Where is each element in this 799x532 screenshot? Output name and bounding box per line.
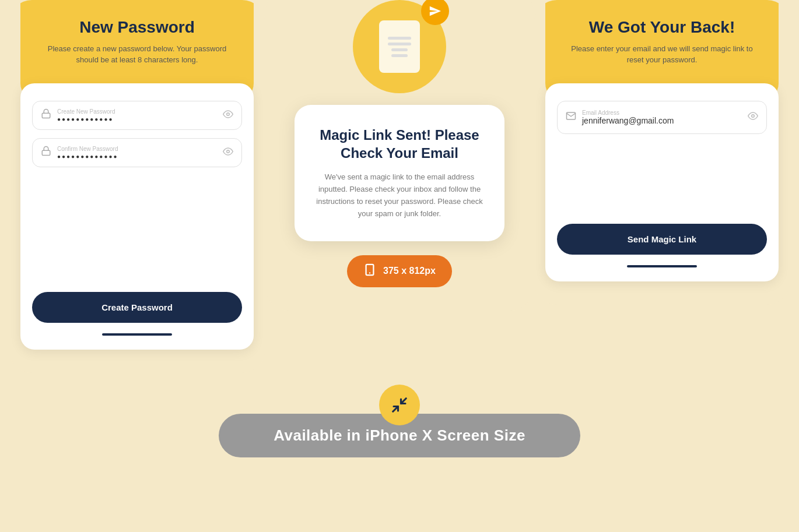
lock-icon [41,108,51,122]
magic-link-title: Magic Link Sent! Please Check Your Email [311,126,488,162]
size-badge-label: 375 x 812px [383,266,436,276]
email-value: jenniferwang@gmail.com [582,116,748,125]
right-home-indicator [627,265,697,267]
right-phone-card: We Got Your Back! Please enter your emai… [534,0,790,305]
toggle-new-password-icon[interactable] [223,109,233,122]
doc-illustration [379,20,420,73]
toggle-confirm-password-icon[interactable] [223,146,233,159]
svg-rect-0 [42,113,50,118]
magic-link-text: We've sent a magic link to the email add… [311,171,488,220]
compress-circle[interactable] [379,385,420,425]
right-card-body: Email Address jenniferwang@gmail.com Sen… [545,83,779,281]
doc-line-1 [388,37,411,40]
size-badge[interactable]: 375 x 812px [347,255,452,287]
svg-point-1 [227,112,230,115]
new-password-dots: ●●●●●●●●●●●● [57,116,223,122]
confirm-password-dots: ●●●●●●●●●●●●● [57,153,223,160]
send-magic-link-button[interactable]: Send Magic Link [557,224,767,255]
new-password-label: Create New Password [57,108,223,115]
confirm-password-label: Confirm New Password [57,146,223,152]
left-card-subtitle: Please create a new password below. Your… [38,43,236,66]
svg-point-3 [227,150,230,153]
illustration-yellow-circle [353,0,446,93]
bottom-section: Available in iPhone X Screen Size [0,385,799,457]
doc-line-3 [391,48,408,51]
right-card-title: We Got Your Back! [563,17,761,37]
confirm-password-content: Confirm New Password ●●●●●●●●●●●●● [57,146,223,160]
left-home-indicator [102,333,172,336]
middle-illustration-area [353,0,446,105]
right-card-subtitle: Please enter your email and we will send… [563,43,761,66]
magic-link-card: Magic Link Sent! Please Check Your Email… [295,105,504,241]
new-password-content: Create New Password ●●●●●●●●●●●● [57,108,223,122]
email-field[interactable]: Email Address jenniferwang@gmail.com [557,101,767,134]
email-label: Email Address [582,110,748,116]
page-wrapper: New Password Please create a new passwor… [0,0,799,532]
email-icon [566,111,576,124]
left-card-title: New Password [38,17,236,37]
toggle-email-icon[interactable] [748,111,758,124]
middle-phone-card: Magic Link Sent! Please Check Your Email… [265,0,534,311]
doc-line-2 [388,43,411,45]
right-card-spacer [557,142,767,212]
svg-rect-2 [42,150,50,155]
confirm-password-field[interactable]: Confirm New Password ●●●●●●●●●●●●● [32,138,242,167]
left-card-spacer [32,175,242,280]
lock-confirm-icon [41,146,51,159]
doc-line-4 [391,54,408,57]
create-password-button[interactable]: Create Password [32,292,242,323]
left-phone-card: New Password Please create a new passwor… [9,0,265,373]
phone-icon [363,263,376,279]
send-arrow-circle [421,0,449,25]
new-password-field[interactable]: Create New Password ●●●●●●●●●●●● [32,101,242,130]
svg-point-6 [752,115,755,118]
left-card-body: Create New Password ●●●●●●●●●●●● [20,83,254,350]
cards-row: New Password Please create a new passwor… [0,0,799,373]
email-field-content: Email Address jenniferwang@gmail.com [582,110,748,125]
